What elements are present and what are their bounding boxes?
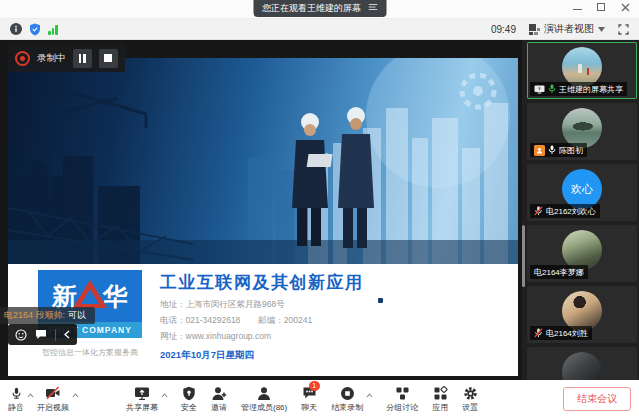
chat-sender: 电2164 段顺帅: (4, 310, 65, 320)
invite-button[interactable]: 邀请 (209, 385, 229, 413)
meeting-info-icon[interactable] (10, 23, 22, 35)
apps-icon (433, 385, 448, 401)
slide-text-block: 工业互联网及其创新应用 地址：上海市闵行区紫月路968号 电话：021-3429… (160, 271, 364, 362)
presenter-pointer-dot (378, 298, 383, 303)
invite-person-icon (211, 385, 227, 401)
website-line: 网址：www.xinhuagroup.com (160, 330, 364, 342)
mute-button[interactable]: 静音 (6, 385, 26, 413)
shared-screen-slide: 新 华 PRINT COMPANY 智控信息一体化方案服务商 工业互联网及其创新… (8, 58, 518, 376)
security-shield-icon[interactable] (29, 23, 41, 36)
apps-button[interactable]: 应用 (430, 385, 450, 413)
participant-name: 电2164李梦娜 (534, 267, 584, 278)
manage-members-button[interactable]: 管理成员(86) (239, 385, 289, 413)
chat-icon: 1 (302, 385, 317, 401)
chevron-down-icon (598, 27, 605, 32)
phone-value: 021-34292618 (186, 315, 241, 325)
camera-off-icon (45, 385, 61, 401)
chat-bubble-icon[interactable] (35, 329, 47, 340)
mic-on-icon (548, 145, 556, 155)
fullscreen-icon[interactable] (618, 24, 629, 35)
avatar (562, 352, 602, 382)
emoji-icon[interactable] (15, 329, 27, 341)
participant-tile[interactable] (527, 347, 637, 382)
manage-members-label: 管理成员(86) (241, 402, 287, 413)
watching-banner: 您正在观看王维建的屏幕 (253, 0, 386, 17)
end-meeting-button[interactable]: 结束会议 (563, 387, 631, 411)
mic-muted-icon (534, 328, 543, 338)
participants-sidebar: 王维建的屏幕共享 陈图初 欢心 电2162刘欢心 (522, 40, 639, 382)
participant-tile[interactable]: 电2164刘胜 (527, 286, 637, 343)
start-video-button[interactable]: 开启视频 (35, 385, 71, 413)
participant-tile-screen-share[interactable]: 王维建的屏幕共享 (527, 42, 637, 99)
host-badge-icon (534, 145, 545, 156)
security-button[interactable]: 安全 (179, 385, 199, 413)
zip-label: 邮编： (258, 315, 284, 325)
video-options-chevron-icon[interactable] (72, 393, 79, 398)
start-video-label: 开启视频 (37, 402, 69, 413)
stop-recording-label: 结束录制 (331, 402, 363, 413)
bottom-toolbar: 静音 开启视频 共享屏幕 安全 (0, 380, 639, 418)
minimize-button[interactable] (572, 2, 583, 13)
meeting-time: 09:49 (491, 24, 516, 35)
close-button[interactable] (620, 2, 631, 13)
website-label: 网址： (160, 331, 186, 341)
avatar: 欢心 (562, 169, 602, 209)
stop-record-icon (340, 385, 355, 401)
shield-lock-icon (182, 385, 196, 401)
main-area: 新 华 PRINT COMPANY 智控信息一体化方案服务商 工业互联网及其创新… (0, 40, 639, 382)
phone-label: 电话： (160, 315, 186, 325)
laptop-shape (307, 154, 333, 167)
apps-label: 应用 (432, 402, 448, 413)
participant-tile[interactable]: 欢心 电2162刘欢心 (527, 164, 637, 221)
slide-title: 工业互联网及其创新应用 (160, 271, 364, 294)
chat-message-overlay: 电2164 段顺帅:可以 (0, 307, 95, 324)
avatar (562, 291, 602, 331)
banner-menu-icon[interactable] (368, 0, 377, 17)
watching-banner-text: 您正在观看王维建的屏幕 (262, 0, 361, 17)
participant-name: 陈图初 (559, 145, 583, 156)
status-bar: 09:49 演讲者视图 (0, 19, 639, 40)
participant-tile[interactable]: 电2164李梦娜 (527, 225, 637, 282)
chat-button[interactable]: 1 聊天 (299, 385, 319, 413)
settings-label: 设置 (462, 402, 478, 413)
network-signal-icon[interactable] (48, 24, 58, 35)
recording-options-chevron-icon[interactable] (366, 393, 373, 398)
chat-message: 可以 (68, 310, 86, 320)
address-line: 地址：上海市闵行区紫月路968号 (160, 298, 364, 310)
mic-icon (10, 385, 23, 401)
participant-label: 王维建的屏幕共享 (530, 82, 627, 96)
participant-label: 电2164李梦娜 (530, 265, 588, 279)
sidebar-scrollbar[interactable] (522, 225, 525, 287)
layout-icon (529, 24, 540, 35)
breakout-icon (395, 385, 410, 401)
avatar (562, 108, 602, 148)
pause-recording-button[interactable] (73, 49, 92, 68)
title-bar: 您正在观看王维建的屏幕 (0, 0, 639, 19)
stop-recording-toolbar-button[interactable]: 结束录制 (329, 385, 365, 413)
recording-bar: 录制中 (8, 44, 125, 72)
chat-label: 聊天 (301, 402, 317, 413)
chat-quick-toolbar (8, 324, 77, 345)
participant-name: 电2164刘胜 (546, 328, 588, 339)
breakout-rooms-button[interactable]: 分组讨论 (384, 385, 420, 413)
website-value: www.xinhuagroup.com (186, 331, 272, 341)
logo-tagline: 智控信息一体化方案服务商 (38, 347, 142, 358)
view-mode-label: 演讲者视图 (544, 22, 594, 36)
settings-button[interactable]: 设置 (460, 385, 480, 413)
stop-recording-button[interactable] (99, 49, 118, 68)
share-screen-button[interactable]: 共享屏幕 (124, 385, 160, 413)
statusbar-right: 09:49 演讲者视图 (491, 22, 629, 36)
mic-options-chevron-icon[interactable] (27, 393, 34, 398)
chat-unread-badge: 1 (309, 381, 320, 391)
slide-date: 2021年10月7日星期四 (160, 349, 364, 362)
participant-tile[interactable]: 陈图初 (527, 103, 637, 160)
collapse-left-icon[interactable] (64, 330, 70, 339)
share-options-chevron-icon[interactable] (161, 393, 168, 398)
screen-share-icon (534, 85, 545, 94)
maximize-button[interactable] (596, 2, 607, 13)
breakout-rooms-label: 分组讨论 (386, 402, 418, 413)
slide-banner-image (8, 58, 518, 264)
mic-on-icon (548, 84, 556, 94)
view-mode-switcher[interactable]: 演讲者视图 (529, 22, 605, 36)
zip-value: 200241 (284, 315, 312, 325)
